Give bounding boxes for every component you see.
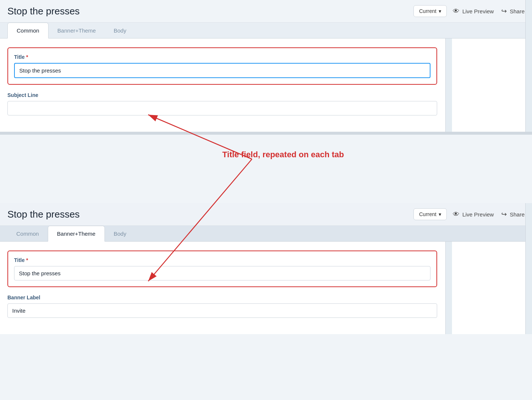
tab-common-bottom[interactable]: Common bbox=[7, 226, 48, 241]
top-content: Title * Subject Line bbox=[0, 38, 532, 132]
eye-icon-bottom: 👁 bbox=[453, 211, 459, 218]
title-input-bottom[interactable] bbox=[14, 266, 430, 280]
banner-label-input[interactable] bbox=[7, 303, 437, 318]
title-required-bottom: * bbox=[26, 257, 28, 263]
tab-banner-theme-bottom[interactable]: Banner+Theme bbox=[48, 226, 105, 242]
tab-bottom-side-strip bbox=[525, 203, 532, 334]
live-preview-button-top[interactable]: 👁 Live Preview bbox=[453, 7, 494, 15]
title-label-bottom: Title * bbox=[14, 257, 430, 263]
form-top-side-strip bbox=[445, 38, 452, 132]
top-tabs: Common Banner+Theme Body bbox=[0, 23, 532, 38]
share-icon-bottom: ↪ bbox=[501, 210, 507, 218]
share-label-top: Share bbox=[510, 8, 525, 14]
banner-label-field-group: Banner Label bbox=[7, 295, 437, 318]
banner-label-label: Banner Label bbox=[7, 295, 437, 300]
svg-text:Title field, repeated on each : Title field, repeated on each tab bbox=[222, 150, 344, 159]
top-form-area: Title * Subject Line bbox=[0, 38, 445, 132]
share-icon-top: ↪ bbox=[501, 7, 507, 15]
tab-top-side-strip bbox=[525, 0, 532, 132]
title-input-top[interactable] bbox=[14, 63, 430, 78]
version-label-bottom: Current bbox=[419, 211, 436, 217]
tab-body-bottom[interactable]: Body bbox=[105, 226, 135, 241]
version-chevron-top: ▾ bbox=[439, 8, 441, 14]
version-chevron-bottom: ▾ bbox=[439, 211, 441, 217]
tab-banner-theme-top[interactable]: Banner+Theme bbox=[49, 23, 105, 38]
form-bottom-side-strip bbox=[445, 242, 452, 334]
header-actions-bottom: 👁 Live Preview ↪ Share bbox=[453, 210, 525, 218]
title-field-group-top: Title * bbox=[7, 47, 437, 85]
tab-common-top[interactable]: Common bbox=[7, 23, 49, 38]
share-button-top[interactable]: ↪ Share bbox=[501, 7, 525, 15]
page-title-bottom: Stop the presses bbox=[7, 209, 408, 220]
subject-line-field-group: Subject Line bbox=[7, 92, 437, 115]
title-label-top: Title * bbox=[14, 54, 430, 60]
subject-line-input[interactable] bbox=[7, 101, 437, 115]
bottom-header: Stop the presses Current ▾ 👁 Live Previe… bbox=[0, 203, 532, 226]
version-dropdown-top[interactable]: Current ▾ bbox=[413, 5, 447, 17]
bottom-tabs: Common Banner+Theme Body bbox=[0, 226, 532, 242]
live-preview-label-top: Live Preview bbox=[462, 8, 494, 14]
top-panel: Stop the presses Current ▾ 👁 Live Previe… bbox=[0, 0, 532, 135]
share-button-bottom[interactable]: ↪ Share bbox=[501, 210, 525, 218]
header-actions-top: 👁 Live Preview ↪ Share bbox=[453, 7, 525, 15]
bottom-content: Title * Banner Label bbox=[0, 242, 532, 334]
page-title-top: Stop the presses bbox=[7, 6, 408, 17]
bottom-panel: Stop the presses Current ▾ 👁 Live Previe… bbox=[0, 203, 532, 334]
eye-icon-top: 👁 bbox=[453, 7, 459, 15]
live-preview-label-bottom: Live Preview bbox=[462, 211, 494, 218]
version-dropdown-bottom[interactable]: Current ▾ bbox=[413, 208, 447, 220]
title-required-top: * bbox=[26, 54, 28, 60]
title-field-group-bottom: Title * bbox=[7, 251, 437, 287]
tab-body-top[interactable]: Body bbox=[105, 23, 135, 38]
main-wrapper: Stop the presses Current ▾ 👁 Live Previe… bbox=[0, 0, 532, 400]
live-preview-button-bottom[interactable]: 👁 Live Preview bbox=[453, 211, 494, 218]
share-label-bottom: Share bbox=[510, 211, 525, 218]
bottom-form-area: Title * Banner Label bbox=[0, 242, 445, 334]
subject-line-label: Subject Line bbox=[7, 92, 437, 98]
top-header: Stop the presses Current ▾ 👁 Live Previe… bbox=[0, 0, 532, 23]
version-label-top: Current bbox=[419, 8, 436, 14]
